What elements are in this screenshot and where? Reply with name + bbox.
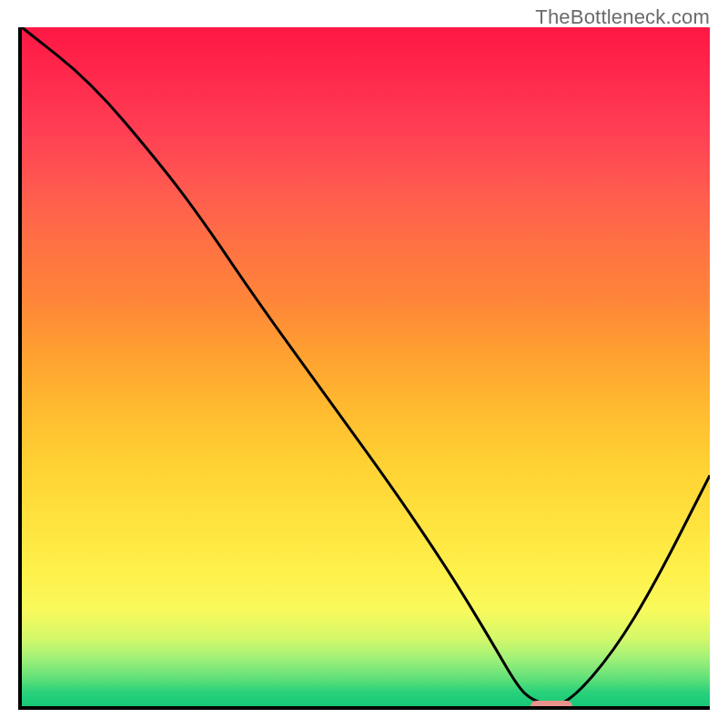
curve-svg	[22, 27, 710, 706]
watermark-text: TheBottleneck.com	[535, 5, 710, 29]
optimal-range-marker	[531, 701, 571, 710]
bottleneck-chart: TheBottleneck.com	[0, 0, 728, 728]
bottleneck-curve-path	[22, 27, 710, 704]
plot-area	[18, 27, 710, 710]
